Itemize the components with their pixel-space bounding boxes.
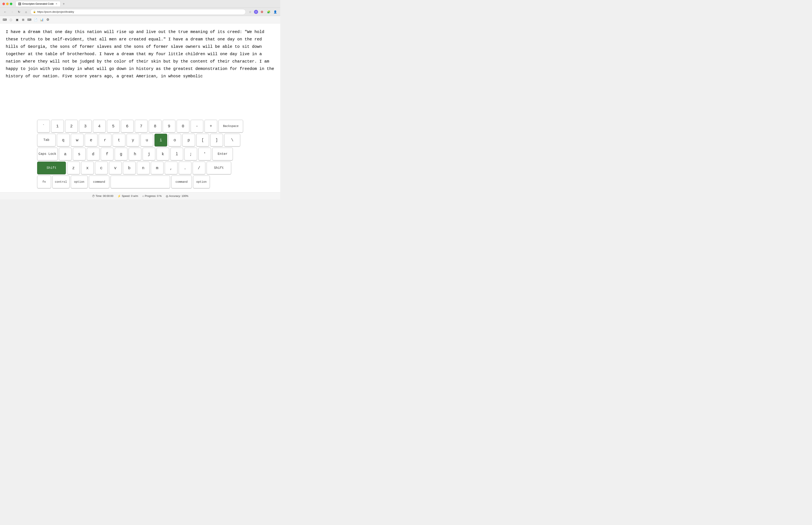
key-8[interactable]: 8: [149, 120, 161, 133]
address-bar[interactable]: 🔒 https://pscm.dev/project/krabby: [30, 9, 246, 15]
zxcv-row: Shift z x c v b n m , . / Shift: [37, 162, 243, 174]
key-backslash[interactable]: \: [224, 134, 240, 147]
key-n[interactable]: n: [137, 162, 150, 174]
key-a[interactable]: a: [59, 148, 72, 160]
key-fn[interactable]: fn: [37, 176, 51, 188]
key-1[interactable]: 1: [51, 120, 64, 133]
forward-button[interactable]: →: [10, 9, 15, 15]
key-backspace[interactable]: Backspace: [219, 120, 243, 133]
key-comma[interactable]: ,: [165, 162, 177, 174]
key-option-left[interactable]: option: [71, 176, 88, 188]
speed-status: ⚡ Speed: 0 w/m: [117, 194, 138, 198]
key-slash[interactable]: /: [193, 162, 205, 174]
key-j[interactable]: j: [143, 148, 155, 160]
user-account-icon[interactable]: 👤: [272, 9, 278, 15]
key-enter[interactable]: Enter: [212, 148, 233, 160]
key-2[interactable]: 2: [65, 120, 78, 133]
close-button[interactable]: [2, 3, 5, 5]
key-w[interactable]: w: [71, 134, 84, 147]
key-g[interactable]: g: [115, 148, 128, 160]
key-9[interactable]: 9: [163, 120, 175, 133]
opera-icon[interactable]: O: [259, 9, 265, 15]
new-tab-button[interactable]: +: [61, 1, 66, 6]
key-command-left[interactable]: command: [89, 176, 109, 188]
key-b[interactable]: b: [123, 162, 136, 174]
qwerty-row: Tab q w e r t y u i o p [ ] \: [37, 134, 243, 147]
key-tab[interactable]: Tab: [37, 134, 56, 147]
browser-navbar: ← → ↻ ⌂ 🔒 https://pscm.dev/project/krabb…: [0, 8, 280, 16]
key-r[interactable]: r: [99, 134, 112, 147]
key-bracket-left[interactable]: [: [196, 134, 209, 147]
key-z[interactable]: z: [67, 162, 80, 174]
key-shift-right[interactable]: Shift: [207, 162, 231, 174]
key-v[interactable]: v: [109, 162, 122, 174]
key-y[interactable]: y: [127, 134, 139, 147]
tab-bar: E Emscripten-Generated Code ✕ +: [16, 1, 278, 7]
accuracy-status: ◎ Accuracy: 100%: [166, 194, 188, 198]
key-7[interactable]: 7: [135, 120, 148, 133]
progress-value: 0 %: [157, 194, 161, 197]
back-button[interactable]: ←: [2, 9, 8, 15]
key-option-right[interactable]: option: [193, 176, 210, 188]
key-u[interactable]: u: [141, 134, 153, 147]
key-caps-lock[interactable]: Caps Lock: [37, 148, 58, 160]
toolbar-icon-grid[interactable]: ⊞: [20, 17, 26, 22]
key-s[interactable]: s: [73, 148, 86, 160]
key-i[interactable]: i: [154, 134, 167, 147]
key-p[interactable]: p: [182, 134, 195, 147]
home-button[interactable]: ⌂: [24, 9, 29, 15]
time-status: ⏱ Time: 00:00:00: [92, 194, 114, 198]
key-h[interactable]: h: [129, 148, 141, 160]
key-k[interactable]: k: [157, 148, 169, 160]
minimize-button[interactable]: [6, 3, 9, 5]
bottom-row: fn control option command command option: [37, 176, 243, 188]
key-f[interactable]: f: [101, 148, 114, 160]
reload-button[interactable]: ↻: [16, 9, 22, 15]
progress-icon: ○: [142, 194, 144, 198]
toolbar-icon-doc[interactable]: 📄: [33, 17, 38, 22]
maximize-button[interactable]: [10, 3, 12, 5]
speed-icon: ⚡: [117, 194, 121, 198]
tab-close-button[interactable]: ✕: [55, 2, 58, 5]
key-space[interactable]: [110, 176, 170, 188]
key-t[interactable]: t: [113, 134, 126, 147]
key-l[interactable]: l: [171, 148, 183, 160]
toolbar-icon-keyboard2[interactable]: ⌨: [27, 17, 32, 22]
key-command-right[interactable]: command: [171, 176, 192, 188]
key-shift-left[interactable]: Shift: [37, 162, 66, 174]
key-quote[interactable]: ': [198, 148, 211, 160]
key-3[interactable]: 3: [79, 120, 92, 133]
key-period[interactable]: .: [179, 162, 191, 174]
bookmark-star-button[interactable]: ☆: [247, 9, 253, 15]
accuracy-label: Accuracy:: [169, 194, 181, 197]
key-backtick[interactable]: `: [37, 120, 50, 133]
time-label: Time:: [95, 194, 102, 197]
browser-tab[interactable]: E Emscripten-Generated Code ✕: [16, 1, 60, 7]
toolbar-icon-github[interactable]: ⚙: [45, 17, 50, 22]
key-plus[interactable]: +: [205, 120, 217, 133]
extension-icon[interactable]: 🧩: [266, 9, 271, 15]
number-row: ` 1 2 3 4 5 6 7 8 9 0 - + Backspace: [37, 120, 243, 133]
toolbar-icon-circle[interactable]: ◌: [8, 17, 14, 22]
toolbar-icon-keyboard[interactable]: ⌨: [2, 17, 8, 22]
key-o[interactable]: o: [168, 134, 181, 147]
key-4[interactable]: 4: [93, 120, 106, 133]
tab-title: Emscripten-Generated Code: [23, 2, 54, 5]
key-m[interactable]: m: [151, 162, 163, 174]
key-5[interactable]: 5: [107, 120, 120, 133]
toolbar-icon-square[interactable]: ▣: [14, 17, 20, 22]
key-bracket-right[interactable]: ]: [210, 134, 223, 147]
key-semicolon[interactable]: ;: [184, 148, 197, 160]
key-e[interactable]: e: [85, 134, 98, 147]
key-minus[interactable]: -: [191, 120, 203, 133]
key-0[interactable]: 0: [177, 120, 189, 133]
key-control[interactable]: control: [52, 176, 70, 188]
key-x[interactable]: x: [81, 162, 94, 174]
toolbar-icon-chart[interactable]: 📊: [39, 17, 44, 22]
keyboard-wrapper: ` 1 2 3 4 5 6 7 8 9 0 - + Backspace Tab …: [37, 120, 243, 188]
key-d[interactable]: d: [87, 148, 100, 160]
key-6[interactable]: 6: [121, 120, 134, 133]
accuracy-icon: ◎: [166, 194, 168, 198]
key-c[interactable]: c: [95, 162, 108, 174]
key-q[interactable]: q: [57, 134, 70, 147]
